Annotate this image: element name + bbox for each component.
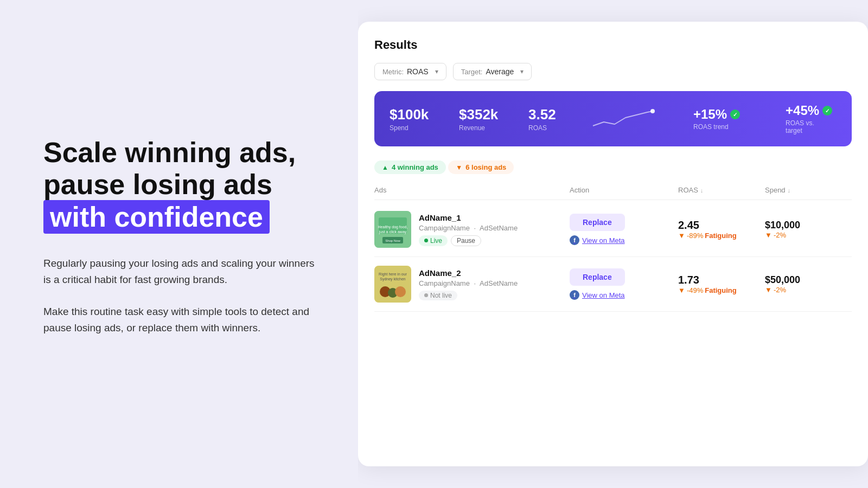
filter-bar: Metric: ROAS ▾ Target: Average ▾ (374, 63, 852, 80)
main-headline: Scale winning ads, pause losing ads with… (43, 137, 315, 234)
revenue-label: Revenue (459, 124, 497, 132)
ad-status-tags-1: Live Pause (419, 235, 518, 246)
view-meta-link-2[interactable]: f View on Meta (570, 290, 625, 300)
target-label: Target: (461, 68, 483, 76)
roas-trend-2: ▼ -49% Fatiguing (678, 286, 765, 294)
roas-trend-value: +15% (693, 107, 727, 122)
winning-tag-label: 4 winning ads (392, 163, 438, 171)
losing-tag-label: 6 losing ads (465, 163, 506, 171)
spend-trend-down-icon-2: ▼ (765, 286, 772, 294)
roas-trend-1: ▼ -89% Fatiguing (678, 232, 765, 240)
ad-info-1: Healthy dog food, just a click away Shop… (374, 211, 570, 248)
ad-status-tags-2: Not live (419, 291, 518, 300)
stat-spend: $100k Spend (390, 106, 444, 132)
ad-name-1: AdName_1 (419, 213, 518, 222)
svg-text:Healthy dog food,: Healthy dog food, (378, 225, 408, 229)
header-spend: Spend ↓ (765, 186, 852, 194)
roas-trend-down-icon: ▼ (678, 232, 685, 240)
ad-thumbnail-1: Healthy dog food, just a click away Shop… (374, 211, 411, 248)
losing-triangle-icon: ▼ (456, 164, 462, 171)
not-live-tag: Not live (419, 291, 457, 300)
svg-point-0 (650, 109, 655, 113)
spend-value-2: $50,000 (765, 274, 852, 286)
header-action: Action (570, 186, 678, 194)
svg-text:Right here in our: Right here in our (379, 272, 407, 277)
ad-details-1: AdName_1 CampaignName · AdSetName Live P… (419, 213, 518, 246)
action-col-2: Replace f View on Meta (570, 268, 678, 300)
metric-filter[interactable]: Metric: ROAS ▾ (374, 63, 446, 80)
target-filter[interactable]: Target: Average ▾ (453, 63, 532, 80)
header-roas: ROAS ↓ (678, 186, 765, 194)
results-card: Results Metric: ROAS ▾ Target: Average ▾… (358, 22, 868, 466)
left-panel: Scale winning ads, pause losing ads with… (0, 104, 358, 384)
headline-line1: Scale winning ads, (43, 137, 296, 168)
table-header: Ads Action ROAS ↓ Spend ↓ (374, 183, 852, 200)
headline-highlight: with confidence (43, 200, 270, 234)
spend-value: $100k (390, 106, 427, 123)
ad-meta-1: CampaignName · AdSetName (419, 224, 518, 232)
spend-col-2: $50,000 ▼ -2% (765, 274, 852, 294)
roas-vs-target-check-icon: ✓ (822, 106, 832, 115)
spend-trend-1: ▼ -2% (765, 231, 852, 239)
right-panel: Results Metric: ROAS ▾ Target: Average ▾… (358, 0, 868, 488)
ad-info-2: Right here in our Sydney kitchen AdName_… (374, 266, 570, 303)
view-meta-label-1: View on Meta (582, 236, 625, 245)
stat-roas: 3.52 ROAS (528, 106, 583, 132)
revenue-value: $352k (459, 106, 497, 123)
metric-label: Metric: (382, 68, 404, 76)
roas-vs-target-value: +45% (786, 103, 819, 118)
roas-value: 3.52 (528, 106, 566, 123)
results-title: Results (374, 38, 852, 52)
pause-tag[interactable]: Pause (451, 235, 481, 246)
target-chevron-icon: ▾ (520, 68, 524, 75)
roas-trend-check-icon: ✓ (730, 110, 740, 119)
svg-text:Shop Now: Shop Now (385, 239, 400, 242)
spend-label: Spend (390, 124, 427, 132)
live-tag: Live (419, 235, 448, 246)
roas-col-1: 2.45 ▼ -89% Fatiguing (678, 219, 765, 240)
replace-button-1[interactable]: Replace (570, 214, 625, 231)
winning-triangle-icon: ▲ (382, 164, 388, 171)
body-text-2: Make this routine task easy with simple … (43, 304, 315, 337)
spend-trend-2: ▼ -2% (765, 286, 852, 294)
roas-vs-target-label: ROAS vs. target (786, 119, 832, 134)
meta-icon-2: f (570, 290, 579, 300)
spend-trend-down-icon: ▼ (765, 231, 772, 239)
roas-value-1: 2.45 (678, 219, 765, 232)
roas-value-2: 1.73 (678, 274, 765, 286)
view-meta-label-2: View on Meta (582, 291, 625, 299)
table-row: Healthy dog food, just a click away Shop… (374, 202, 852, 257)
body-text-1: Regularly pausing your losing ads and sc… (43, 255, 315, 288)
svg-text:Sydney kitchen: Sydney kitchen (380, 277, 406, 281)
stat-trend-area (598, 107, 663, 131)
ad-meta-2: CampaignName · AdSetName (419, 279, 518, 287)
spend-col-1: $10,000 ▼ -2% (765, 220, 852, 239)
fatiguing-badge-1: Fatiguing (705, 232, 737, 240)
roas-trend-down-icon-2: ▼ (678, 286, 685, 294)
losing-tag: ▼ 6 losing ads (448, 160, 514, 174)
view-meta-link-1[interactable]: f View on Meta (570, 235, 625, 245)
roas-col-2: 1.73 ▼ -49% Fatiguing (678, 274, 765, 294)
target-value: Average (486, 67, 514, 76)
roas-trend-label: ROAS trend (693, 123, 740, 131)
ad-name-2: AdName_2 (419, 268, 518, 278)
ad-thumbnail-2: Right here in our Sydney kitchen (374, 266, 411, 303)
svg-point-12 (395, 286, 406, 297)
stat-revenue: $352k Revenue (459, 106, 513, 132)
metric-value: ROAS (407, 67, 429, 76)
spend-value-1: $10,000 (765, 220, 852, 231)
svg-text:just a click away: just a click away (379, 230, 407, 234)
metric-chevron-icon: ▾ (435, 68, 438, 75)
replace-button-2[interactable]: Replace (570, 268, 625, 286)
action-col-1: Replace f View on Meta (570, 214, 678, 245)
fatiguing-badge-2: Fatiguing (705, 286, 737, 294)
stats-banner: $100k Spend $352k Revenue 3.52 ROAS (374, 91, 852, 146)
table-row: Right here in our Sydney kitchen AdName_… (374, 257, 852, 312)
spend-sort-icon: ↓ (788, 187, 791, 194)
stat-roas-vs-target: +45% ✓ ROAS vs. target (770, 103, 847, 134)
meta-icon-1: f (570, 235, 579, 245)
mini-chart (590, 107, 655, 131)
header-ads: Ads (374, 186, 570, 194)
ad-details-2: AdName_2 CampaignName · AdSetName Not li… (419, 268, 518, 300)
roas-label: ROAS (528, 124, 566, 132)
